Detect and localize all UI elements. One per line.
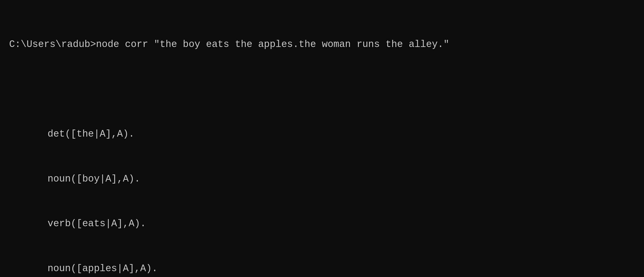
output-line-3: verb([eats|A],A).: [9, 216, 635, 231]
terminal-window: C:\Users\radub>node corr "the boy eats t…: [0, 0, 644, 277]
output-line-2: noun([boy|A],A).: [9, 172, 635, 187]
output-line-1: det([the|A],A).: [9, 127, 635, 142]
blank-line-1: [9, 82, 635, 97]
command-line: C:\Users\radub>node corr "the boy eats t…: [9, 37, 635, 52]
output-line-4: noun([apples|A],A).: [9, 261, 635, 276]
